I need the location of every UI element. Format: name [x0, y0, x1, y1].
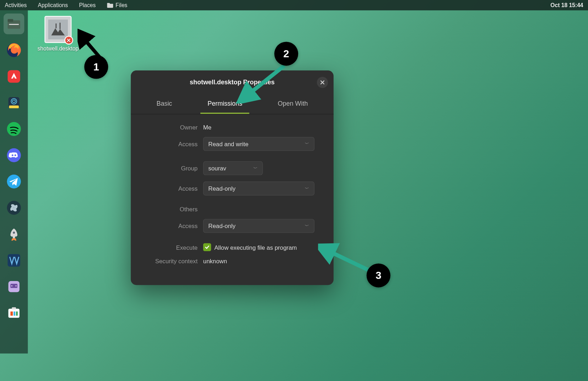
dock-app-virtualbox[interactable] — [4, 250, 24, 271]
error-badge-icon: ✕ — [64, 36, 73, 45]
dock-app-telegram[interactable] — [4, 171, 24, 192]
properties-dialog: shotwell.desktop Properties Basic Permis… — [131, 70, 334, 285]
svg-rect-22 — [12, 307, 16, 309]
group-access-select[interactable]: Read-only ﹀ — [203, 181, 314, 195]
desktop-file-icon[interactable]: ✕ shotwell.desktop — [34, 16, 82, 52]
folder-icon — [107, 2, 113, 8]
annotation-arrow-3 — [318, 243, 374, 275]
svg-point-14 — [7, 201, 21, 215]
annotation-arrow-2 — [233, 60, 296, 104]
svg-rect-26 — [48, 20, 68, 39]
svg-point-15 — [13, 232, 15, 234]
others-access-select[interactable]: Read-only ﹀ — [203, 219, 314, 233]
svg-line-27 — [81, 35, 100, 57]
others-access-value: Read-only — [208, 223, 236, 229]
dock-app-spotify[interactable] — [4, 118, 24, 139]
group-label: Group — [147, 165, 203, 171]
dock-app-software[interactable] — [4, 302, 24, 323]
owner-access-value: Read and write — [208, 141, 248, 147]
group-access-value: Read-only — [208, 185, 236, 192]
owner-value: Me — [203, 124, 211, 131]
desktop-file-thumbnail: ✕ — [44, 16, 71, 43]
annotation-badge-3: 3 — [367, 264, 390, 287]
svg-rect-2 — [9, 24, 18, 25]
svg-point-20 — [16, 285, 17, 286]
security-context-label: Security context — [147, 258, 203, 264]
svg-point-9 — [7, 122, 21, 136]
chevron-down-icon: ﹀ — [305, 223, 309, 229]
svg-point-11 — [12, 154, 14, 156]
execute-checkbox[interactable] — [203, 243, 211, 251]
svg-line-29 — [324, 249, 370, 271]
desktop-file-label: shotwell.desktop — [34, 46, 82, 52]
files-label: Files — [115, 2, 127, 9]
dock-app-generic[interactable] — [4, 276, 24, 297]
svg-line-28 — [244, 66, 284, 98]
owner-access-label: Access — [147, 141, 203, 147]
svg-rect-23 — [10, 312, 13, 316]
top-panel: Activities Applications Places Files Oct… — [0, 0, 588, 10]
applications-menu[interactable]: Applications — [38, 2, 68, 9]
close-icon — [320, 80, 325, 85]
dock-app-firefox[interactable] — [4, 40, 24, 60]
others-access-label: Access — [147, 223, 203, 229]
chevron-down-icon: ﹀ — [253, 165, 258, 171]
dock-app-rocket[interactable] — [4, 224, 24, 244]
svg-rect-1 — [8, 19, 14, 22]
dock-app-remmina[interactable] — [4, 92, 24, 113]
dock-app-vivaldi[interactable] — [4, 66, 24, 87]
chevron-down-icon: ﹀ — [305, 141, 309, 147]
svg-rect-25 — [16, 312, 18, 316]
group-select[interactable]: sourav ﹀ — [203, 161, 263, 175]
check-icon — [204, 244, 210, 250]
annotation-badge-2: 2 — [274, 42, 298, 65]
tab-basic[interactable]: Basic — [149, 94, 179, 114]
places-menu[interactable]: Places — [79, 2, 96, 9]
svg-rect-8 — [9, 106, 18, 109]
annotation-badge-1: 1 — [84, 55, 108, 79]
clock[interactable]: Oct 18 15:44 — [550, 2, 583, 9]
others-label: Others — [147, 206, 203, 213]
dock-app-discord[interactable] — [4, 145, 24, 165]
chevron-down-icon: ﹀ — [305, 185, 309, 191]
files-indicator[interactable]: Files — [107, 2, 128, 9]
svg-rect-16 — [8, 254, 20, 266]
execute-label: Execute — [147, 244, 203, 250]
activities-button[interactable]: Activities — [5, 2, 27, 9]
dock-app-fan[interactable] — [4, 197, 24, 218]
permissions-form: Owner Me Access Read and write ﹀ Group s… — [131, 114, 334, 264]
dock-app-files[interactable] — [4, 14, 24, 34]
owner-label: Owner — [147, 124, 203, 131]
close-button[interactable] — [317, 77, 328, 88]
svg-point-19 — [11, 285, 12, 286]
svg-rect-24 — [14, 312, 15, 316]
owner-access-select[interactable]: Read and write ﹀ — [203, 137, 314, 151]
svg-point-12 — [15, 154, 16, 156]
security-context-value: unknown — [203, 258, 227, 264]
tabs: Basic Permissions Open With — [131, 94, 334, 114]
group-access-label: Access — [147, 185, 203, 192]
group-value: sourav — [208, 165, 226, 171]
execute-checkbox-label[interactable]: Allow executing file as program — [214, 244, 297, 250]
dock — [0, 10, 28, 354]
